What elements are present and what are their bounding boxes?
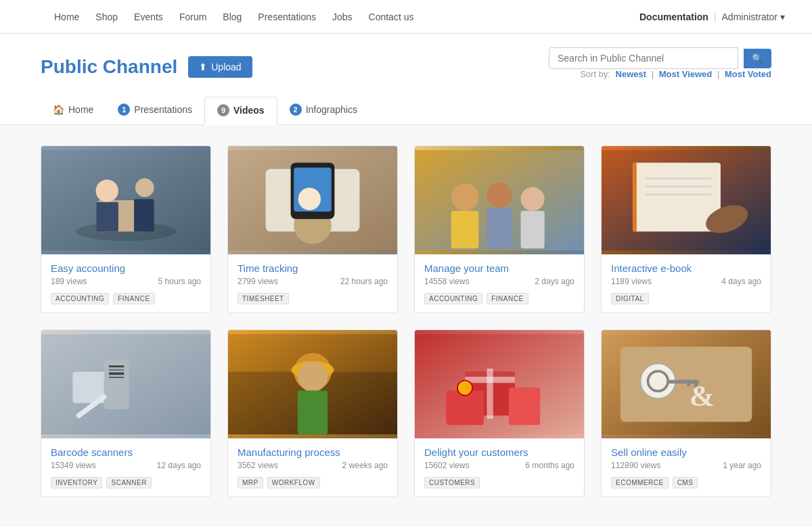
tab-videos[interactable]: 9 Videos bbox=[204, 97, 277, 125]
upload-icon: ⬆ bbox=[199, 62, 207, 72]
tag: DIGITAL bbox=[611, 293, 649, 304]
card-time: 22 hours ago bbox=[340, 277, 388, 286]
nav-blog[interactable]: Blog bbox=[223, 12, 242, 22]
tag: SCANNER bbox=[106, 477, 151, 488]
card-title[interactable]: Barcode scanners bbox=[51, 446, 201, 458]
svg-text:&: & bbox=[690, 379, 715, 413]
sort-most-viewed[interactable]: Most Viewed bbox=[659, 69, 713, 79]
card-time: 2 days ago bbox=[535, 277, 574, 286]
card-tags: INVENTORYSCANNER bbox=[51, 477, 201, 488]
card-tags: ACCOUNTINGFINANCE bbox=[51, 293, 201, 304]
search-button[interactable]: 🔍 bbox=[744, 49, 771, 68]
card-thumbnail bbox=[415, 146, 584, 254]
nav-forum[interactable]: Forum bbox=[179, 12, 206, 22]
nav-contact[interactable]: Contact us bbox=[369, 12, 414, 22]
infographics-badge: 2 bbox=[290, 104, 302, 116]
card-5[interactable]: Barcode scanners 15349 views 12 days ago… bbox=[41, 329, 211, 497]
card-tags: ACCOUNTINGFINANCE bbox=[424, 293, 574, 304]
card-thumbnail bbox=[41, 146, 210, 254]
tag: CUSTOMERS bbox=[424, 477, 480, 488]
svg-rect-18 bbox=[451, 211, 479, 249]
tag: ECOMMERCE bbox=[611, 477, 669, 488]
card-title[interactable]: Time tracking bbox=[238, 262, 388, 274]
search-row: 🔍 bbox=[549, 47, 771, 69]
card-title[interactable]: Sell online easily bbox=[611, 446, 761, 458]
card-8[interactable]: & Sell online easily 112890 views 1 year… bbox=[601, 329, 771, 497]
svg-rect-35 bbox=[109, 372, 124, 375]
card-body: Delight your customers 15602 views 6 mon… bbox=[415, 438, 584, 497]
svg-rect-22 bbox=[520, 211, 544, 249]
svg-rect-25 bbox=[633, 162, 637, 231]
svg-rect-34 bbox=[109, 369, 124, 371]
card-1[interactable]: Easy accounting 189 views 5 hours ago AC… bbox=[41, 145, 211, 313]
card-thumbnail bbox=[41, 330, 210, 438]
nav-jobs[interactable]: Jobs bbox=[332, 12, 353, 22]
tag: FINANCE bbox=[113, 293, 154, 304]
svg-point-21 bbox=[520, 187, 544, 211]
upload-button[interactable]: ⬆ Upload bbox=[188, 56, 252, 78]
svg-rect-48 bbox=[465, 377, 515, 383]
card-thumbnail bbox=[228, 146, 397, 254]
card-3[interactable]: Manage your team 14558 views 2 days ago … bbox=[414, 145, 585, 313]
card-views: 15349 views bbox=[51, 461, 96, 470]
sort-divider-1: | bbox=[652, 69, 656, 79]
page-header: Public Channel ⬆ Upload 🔍 Sort by: Newes… bbox=[0, 34, 812, 125]
card-title[interactable]: Manufacturing process bbox=[238, 446, 388, 458]
svg-rect-7 bbox=[96, 202, 118, 232]
sort-divider-2: | bbox=[717, 69, 722, 79]
card-body: Time tracking 2799 views 22 hours ago TI… bbox=[228, 254, 397, 313]
svg-point-6 bbox=[96, 179, 118, 202]
sort-most-voted[interactable]: Most Voted bbox=[725, 69, 771, 79]
card-body: Easy accounting 189 views 5 hours ago AC… bbox=[41, 254, 210, 313]
tab-presentations[interactable]: 1 Presentations bbox=[106, 97, 204, 124]
svg-point-17 bbox=[451, 183, 479, 211]
card-tags: TIMESHEET bbox=[238, 293, 388, 304]
card-2[interactable]: Time tracking 2799 views 22 hours ago TI… bbox=[227, 145, 398, 313]
tag: ACCOUNTING bbox=[424, 293, 482, 304]
svg-point-19 bbox=[487, 183, 512, 208]
nav-user[interactable]: Administrator ▾ bbox=[722, 12, 785, 22]
title-left: Public Channel ⬆ Upload bbox=[41, 56, 252, 78]
nav-right: Documentation | Administrator ▾ bbox=[639, 12, 785, 22]
card-tags: ECOMMERCECMS bbox=[611, 477, 761, 488]
card-time: 5 hours ago bbox=[158, 277, 201, 286]
card-views: 2799 views bbox=[238, 277, 278, 286]
card-title[interactable]: Interactive e-book bbox=[611, 262, 761, 274]
card-7[interactable]: Delight your customers 15602 views 6 mon… bbox=[414, 329, 585, 497]
card-meta: 3562 views 2 weeks ago bbox=[238, 461, 388, 470]
svg-rect-33 bbox=[109, 365, 124, 367]
card-title[interactable]: Delight your customers bbox=[424, 446, 574, 458]
card-6[interactable]: Manufacturing process 3562 views 2 weeks… bbox=[227, 329, 398, 497]
home-icon: 🏠 bbox=[53, 104, 64, 115]
nav-events[interactable]: Events bbox=[134, 12, 163, 22]
card-thumbnail bbox=[415, 330, 584, 438]
card-4[interactable]: Interactive e-book 1189 views 4 days ago… bbox=[601, 145, 771, 313]
tab-home[interactable]: 🏠 Home bbox=[41, 97, 106, 124]
nav-shop[interactable]: Shop bbox=[95, 12, 118, 22]
card-title[interactable]: Manage your team bbox=[424, 262, 574, 274]
card-views: 14558 views bbox=[424, 277, 470, 286]
search-input[interactable] bbox=[549, 47, 738, 69]
nav-divider: | bbox=[714, 12, 717, 22]
card-title[interactable]: Easy accounting bbox=[51, 262, 201, 274]
tag: TIMESHEET bbox=[238, 293, 289, 304]
tag: CMS bbox=[673, 477, 698, 488]
sort-newest[interactable]: Newest bbox=[616, 69, 647, 79]
svg-rect-47 bbox=[487, 369, 493, 419]
tab-infographics[interactable]: 2 Infographics bbox=[277, 97, 369, 124]
svg-point-55 bbox=[648, 371, 669, 392]
card-tags: MRPWORKFLOW bbox=[238, 477, 388, 488]
card-tags: CUSTOMERS bbox=[424, 477, 574, 488]
card-time: 6 months ago bbox=[525, 461, 574, 470]
cards-grid: Easy accounting 189 views 5 hours ago AC… bbox=[41, 145, 771, 497]
card-time: 4 days ago bbox=[721, 277, 761, 286]
nav-home[interactable]: Home bbox=[54, 12, 79, 22]
svg-rect-43 bbox=[298, 390, 328, 434]
nav-documentation[interactable]: Documentation bbox=[639, 12, 708, 22]
card-time: 12 days ago bbox=[157, 461, 201, 470]
main-content: Easy accounting 189 views 5 hours ago AC… bbox=[0, 125, 812, 518]
card-thumbnail bbox=[228, 330, 397, 438]
svg-rect-36 bbox=[109, 377, 124, 378]
card-views: 1189 views bbox=[611, 277, 652, 286]
nav-presentations[interactable]: Presentations bbox=[258, 12, 316, 22]
